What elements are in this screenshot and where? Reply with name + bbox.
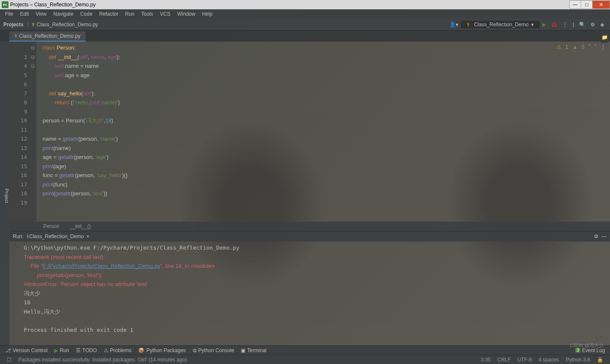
- version-control-button[interactable]: ⎇Version Control: [5, 347, 47, 353]
- more-actions-icon[interactable]: ⋮: [560, 22, 570, 28]
- menu-run[interactable]: Run: [122, 11, 138, 17]
- ai-icon[interactable]: ◈: [598, 22, 607, 28]
- menu-tools[interactable]: Tools: [138, 11, 156, 17]
- sep: |: [570, 22, 577, 28]
- run-tab[interactable]: Class_Reflection_Demo: [29, 233, 84, 239]
- search-icon[interactable]: 🔍: [577, 22, 588, 28]
- status-bar: ☐ Packages installed successfully: Insta…: [0, 355, 610, 364]
- interpreter[interactable]: Python 3.8: [563, 357, 593, 363]
- problems-button[interactable]: ⚠Problems: [104, 347, 132, 353]
- terminal-icon: ▣: [241, 347, 245, 353]
- lock-icon[interactable]: 🔒: [593, 357, 607, 363]
- run-output[interactable]: G:\Python\python.exe F:/Pycharm/Projects…: [9, 242, 610, 345]
- breadcrumb-method[interactable]: __init__(): [70, 223, 91, 229]
- run-config-selector[interactable]: ⚕ Class_Reflection_Demo▾: [461, 21, 540, 28]
- python-icon: ⚕: [26, 233, 29, 239]
- menu-window[interactable]: Window: [174, 11, 199, 17]
- breadcrumb-project[interactable]: Projects: [3, 22, 23, 28]
- left-tool-strip: Project Structure Bookmarks: [0, 42, 9, 345]
- line-separator[interactable]: CRLF: [494, 357, 514, 363]
- code-breadcrumb: Person __init__(): [9, 222, 610, 231]
- indent[interactable]: 4 spaces: [535, 357, 563, 363]
- python-packages-button[interactable]: 📦Python Packages: [138, 347, 186, 353]
- terminal-button[interactable]: ▣Terminal: [241, 347, 266, 353]
- navigation-bar: Projects 〉 ⚕ Class_Reflection_Demo.py 👤▾…: [0, 19, 610, 31]
- play-icon: ▶: [54, 347, 58, 353]
- inspection-widget[interactable]: ⚠1 ▲6 ˆ ˇ ⋮: [557, 44, 606, 50]
- window-title: Projects – Class_Reflection_Demo.py: [10, 2, 570, 8]
- package-icon: 📦: [138, 347, 145, 353]
- python-file-icon: ⚕: [32, 22, 35, 28]
- menubar: FileEditViewNavigateCodeRefactorRunTools…: [0, 9, 610, 19]
- menu-help[interactable]: Help: [199, 11, 216, 17]
- status-message-icon: ☐: [3, 357, 15, 363]
- pycharm-icon: PC: [2, 1, 8, 8]
- run-label: Run:: [13, 233, 23, 239]
- run-tool-window: Run: ⚕ Class_Reflection_Demo × ⚙ — G:\Py…: [9, 231, 610, 345]
- menu-edit[interactable]: Edit: [17, 11, 32, 17]
- breadcrumb-file[interactable]: Class_Reflection_Demo.py: [36, 22, 98, 28]
- status-message[interactable]: Packages installed successfully: Install…: [15, 357, 190, 363]
- python-file-icon: ⚕: [14, 33, 17, 39]
- watermark: CSDN @冯大少: [570, 342, 603, 349]
- console-icon: ⧉: [193, 347, 197, 353]
- titlebar: PC Projects – Class_Reflection_Demo.py —…: [0, 0, 610, 9]
- more-icon[interactable]: ⋮: [601, 44, 606, 50]
- minimize-button[interactable]: —: [569, 0, 581, 9]
- settings-icon[interactable]: ⚙: [594, 233, 599, 239]
- list-icon: ☰: [76, 347, 81, 353]
- editor-tabs: ⚕ Class_Reflection_Demo.py ⋮: [0, 31, 610, 42]
- menu-refactor[interactable]: Refactor: [96, 11, 122, 17]
- breadcrumb-class[interactable]: Person: [43, 223, 59, 229]
- chevron-up-icon[interactable]: ˆ: [589, 44, 591, 50]
- code-editor[interactable]: class Person: def __init__(self, name, a…: [36, 42, 610, 222]
- user-icon[interactable]: 👤▾: [447, 22, 461, 28]
- close-button[interactable]: ✕: [592, 0, 610, 9]
- notifications-tool-button[interactable]: 📁: [601, 31, 608, 43]
- minimize-panel-icon[interactable]: —: [602, 233, 607, 239]
- todo-button[interactable]: ☰TODO: [76, 347, 97, 353]
- settings-icon[interactable]: ⚙: [588, 22, 598, 28]
- chevron-down-icon[interactable]: ˇ: [595, 44, 596, 50]
- maximize-button[interactable]: □: [581, 0, 593, 9]
- python-icon: ⚕: [467, 22, 470, 28]
- menu-file[interactable]: File: [2, 11, 17, 17]
- bottom-tool-bar: ⎇Version Control ▶Run ☰TODO ⚠Problems 📦P…: [0, 345, 610, 355]
- menu-navigate[interactable]: Navigate: [50, 11, 77, 17]
- run-tool-button[interactable]: ▶Run: [54, 347, 69, 353]
- menu-vcs[interactable]: VCS: [156, 11, 174, 17]
- caret-position[interactable]: 3:35: [477, 357, 494, 363]
- menu-code[interactable]: Code: [77, 11, 96, 17]
- warning-icon: ⚠: [557, 44, 561, 50]
- debug-button[interactable]: 🐞: [549, 22, 560, 28]
- run-button[interactable]: ▶: [540, 22, 549, 28]
- close-tab-icon[interactable]: ×: [86, 233, 89, 239]
- warning-icon: ⚠: [104, 347, 109, 353]
- python-console-button[interactable]: ⧉Python Console: [193, 347, 234, 353]
- project-tool-button[interactable]: Project: [4, 189, 9, 203]
- menu-view[interactable]: View: [32, 11, 50, 17]
- encoding[interactable]: UTF-8: [514, 357, 535, 363]
- branch-icon: ⎇: [5, 347, 11, 353]
- line-gutter[interactable]: 3 4 5 6 7 8 9 10 11 12 13 14 15 16 17 18…: [9, 42, 31, 222]
- editor-tab[interactable]: ⚕ Class_Reflection_Demo.py: [9, 31, 86, 42]
- weak-warning-icon: ▲: [572, 44, 577, 50]
- fold-gutter[interactable]: ⊖⊖⊖: [31, 42, 36, 222]
